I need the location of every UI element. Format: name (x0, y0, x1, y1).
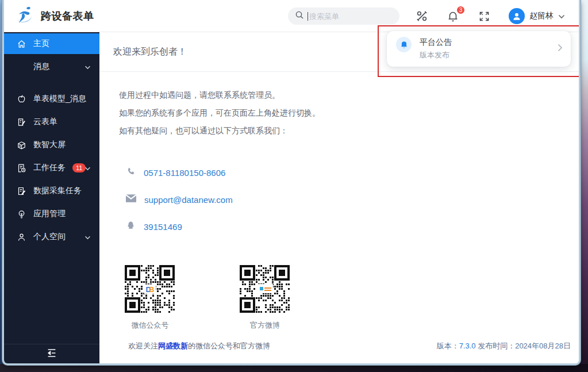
search-icon (295, 10, 304, 22)
notification-bell-icon[interactable]: 3 (446, 9, 460, 23)
chevron-down-icon (558, 11, 565, 21)
company-link[interactable]: 网盛数新 (158, 342, 188, 350)
qr-wechat: DB 微信公众号 (122, 263, 178, 331)
qq-icon (126, 221, 136, 233)
app-window: 跨设备表单 (2, 0, 581, 365)
sidebar-label: 单表模型_消息 (33, 94, 86, 104)
sidebar-item-app-management[interactable]: 应用管理 (4, 202, 99, 225)
app-title: 跨设备表单 (41, 9, 94, 23)
sidebar-item-big-screen[interactable]: 数智大屏 (4, 133, 99, 156)
search-input[interactable] (309, 12, 384, 21)
contact-phone-link[interactable]: 0571-81180150-8606 (144, 168, 225, 178)
task-count-badge: 11 (72, 163, 86, 172)
contact-email-row: support@datanew.com (126, 195, 579, 204)
page-footer: 欢迎关注网盛数新的微信公众号和官方微博 版本：7.3.0 发布时间：2024年0… (99, 340, 571, 352)
chevron-down-icon (84, 62, 91, 71)
task-clock-icon (17, 163, 26, 173)
sidebar-item-work-tasks[interactable]: 工作任务 11 (4, 156, 99, 179)
data-collect-icon (17, 186, 26, 196)
sidebar-item-single-table-model[interactable]: 单表模型_消息 (4, 87, 99, 110)
welcome-title: 欢迎来到乐创者！ (113, 46, 187, 58)
sidebar-label: 个人空间 (33, 232, 66, 242)
mail-icon (126, 194, 136, 205)
contact-qq-row: 39151469 (126, 222, 579, 231)
announcement-bell-icon (396, 37, 412, 52)
sidebar-item-messages[interactable]: 消息 (4, 55, 99, 78)
qr-weibo: 官方微博 (237, 263, 293, 331)
sidebar-label: 消息 (33, 62, 49, 72)
apple-icon (17, 94, 26, 104)
user-avatar (509, 8, 525, 24)
qr-weibo-caption: 官方微博 (250, 320, 280, 331)
app-logo-icon (14, 5, 35, 27)
intro-line: 使用过程中如遇问题，请您联系系统管理员。 (119, 86, 579, 104)
sidebar-item-cloud-form[interactable]: 云表单 (4, 110, 99, 133)
intro-paragraphs: 使用过程中如遇问题，请您联系系统管理员。 如果您的系统有多个应用，可在页面左上角… (99, 72, 579, 140)
user-name: 赵留林 (529, 11, 554, 21)
percent-tool-icon[interactable] (415, 9, 429, 23)
announcement-texts: 平台公告 版本发布 (420, 37, 452, 60)
contact-qq-link[interactable]: 39151469 (144, 222, 182, 232)
home-icon (17, 39, 26, 49)
text-cursor (308, 12, 308, 21)
version-number: 7.3.0 (459, 342, 476, 350)
sidebar-label: 主页 (33, 39, 49, 49)
contact-email-link[interactable]: support@datanew.com (144, 195, 233, 205)
sidebar-collapse-button[interactable] (4, 344, 99, 363)
chevron-right-icon (558, 44, 563, 54)
announcement-subtitle: 版本发布 (420, 50, 452, 60)
main-content: 欢迎来到乐创者！ 使用过程中如遇问题，请您联系系统管理员。 如果您的系统有多个应… (99, 32, 579, 363)
top-header: 跨设备表单 (4, 0, 579, 32)
sidebar-label: 数智大屏 (33, 140, 66, 150)
header-actions: 3 (415, 0, 491, 32)
cube-chart-icon (17, 140, 26, 150)
contact-phone-row: 0571-81180150-8606 (126, 168, 579, 177)
sidebar-item-personal-space[interactable]: 个人空间 (4, 225, 99, 248)
contact-list: 0571-81180150-8606 support@datanew.com 3… (99, 140, 579, 231)
chevron-down-icon (84, 232, 91, 241)
platform-announcement-item[interactable]: 平台公告 版本发布 (387, 31, 571, 67)
footer-follow-text: 欢迎关注网盛数新的微信公众号和官方微博 (99, 341, 270, 351)
qr-code-section: DB 微信公众号 官方微博 (122, 263, 293, 331)
chevron-down-icon (84, 163, 91, 172)
notification-count-badge: 3 (456, 5, 466, 15)
phone-icon (126, 167, 136, 179)
version-info: 版本：7.3.0 发布时间：2024年08月28日 (437, 341, 571, 351)
sidebar-item-home[interactable]: 主页 (4, 33, 99, 54)
collapse-menu-icon (45, 348, 58, 361)
sidebar-label: 数据采集任务 (33, 186, 82, 196)
intro-line: 如有其他疑问，也可以通过以下方式联系我们： (119, 122, 579, 140)
sidebar-label: 工作任务 (33, 163, 66, 173)
form-edit-icon (17, 117, 26, 127)
sidebar-label: 应用管理 (33, 209, 66, 219)
qr-weibo-image (237, 263, 293, 315)
brand: 跨设备表单 (4, 5, 94, 27)
sidebar-item-data-collection[interactable]: 数据采集任务 (4, 179, 99, 202)
menu-search[interactable] (288, 7, 399, 25)
sidebar-nav: 主页 消息 单表模型_消息 (4, 32, 99, 363)
bulb-icon (17, 209, 26, 219)
person-icon (17, 232, 26, 242)
qr-wechat-caption: 微信公众号 (132, 320, 169, 331)
user-menu[interactable]: 赵留林 (509, 0, 565, 32)
qr-wechat-image: DB (122, 263, 178, 315)
sidebar-label: 云表单 (33, 117, 57, 127)
desktop-wallpaper: 跨设备表单 (0, 0, 588, 372)
fullscreen-icon[interactable] (477, 9, 491, 23)
intro-line: 如果您的系统有多个应用，可在页面左上角处进行切换。 (119, 104, 579, 122)
qr-center-logo: DB (144, 285, 156, 294)
announcement-title: 平台公告 (420, 37, 452, 48)
